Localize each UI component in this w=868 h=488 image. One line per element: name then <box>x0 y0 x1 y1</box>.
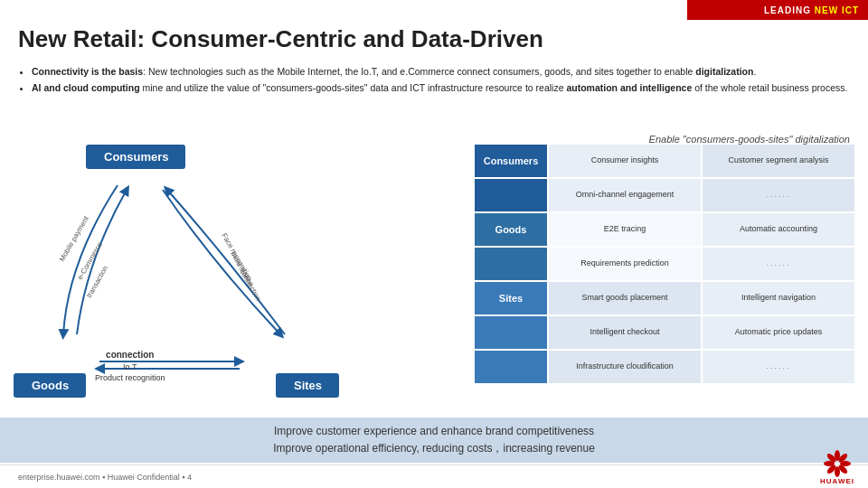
grid-row-consumers-1: Consumers Consumer insights Customer seg… <box>475 145 854 177</box>
grid-cell-intelligent-checkout: Intelligent checkout <box>549 316 701 349</box>
huawei-logo: HUAWEI <box>820 450 854 485</box>
connection-label: connection Io.T Product recognition <box>95 349 165 384</box>
grid-row-sites-1: Sites Smart goods placement Intelligent … <box>475 282 854 314</box>
grid-cell-omni-channel: Omni-channel engagement <box>549 179 701 211</box>
grid-cell-requirements: Requirements prediction <box>549 248 701 280</box>
bottom-banner: Improve customer experience and enhance … <box>0 418 868 463</box>
bullet-2-text: mine and utilize the value of "consumers… <box>140 82 567 93</box>
huawei-flower-icon <box>824 450 851 477</box>
grid-cell-auto-price: Automatic price updates <box>703 316 854 349</box>
bullet-1-bold: Connectivity is the basis <box>32 66 143 77</box>
bullet-1-bold2: digitalization <box>695 66 753 77</box>
bullet-2-bold: AI and cloud computing <box>32 82 140 93</box>
grid-cell-smart-goods: Smart goods placement <box>549 282 701 314</box>
grid-row-goods-2: Requirements prediction ...... <box>475 248 854 280</box>
grid-cell-customer-segment: Customer segment analysis <box>703 145 854 177</box>
bullet-1: Connectivity is the basis: New technolog… <box>32 65 850 80</box>
sites-left-box: Sites <box>276 373 339 398</box>
grid-label-goods: Goods <box>475 213 547 246</box>
left-diagram: Mobile payment e-Commerce transaction Fa… <box>14 145 357 416</box>
footer-text: enterprise.huawei.com ▪ Huawei Confident… <box>18 473 192 482</box>
huawei-text: HUAWEI <box>820 477 854 485</box>
grid-cell-dots-3: ...... <box>703 351 854 383</box>
grid-row-sites-3: Infrastructure cloudification ...... <box>475 351 854 383</box>
bullet-2: AI and cloud computing mine and utilize … <box>32 81 850 96</box>
bottom-line-2: Improve operational efficiency, reducing… <box>18 440 850 457</box>
grid-label-sites: Sites <box>475 282 547 314</box>
grid-cell-dots-2: ...... <box>703 248 854 280</box>
top-bar: LEADING NEW ICT <box>687 0 868 20</box>
bullet-1-end: . <box>753 66 756 77</box>
consumers-top-box: Consumers <box>86 145 185 169</box>
page-title: New Retail: Consumer-Centric and Data-Dr… <box>18 25 543 53</box>
bullets-section: Connectivity is the basis: New technolog… <box>18 65 850 98</box>
grid-cell-e2e-tracing: E2E tracing <box>549 213 701 246</box>
goods-box: Goods <box>14 373 86 398</box>
grid-row-consumers-2: Omni-channel engagement ...... <box>475 179 854 211</box>
top-bar-text: LEADING NEW ICT <box>764 5 859 15</box>
svg-text:Mobile payment: Mobile payment <box>58 214 90 263</box>
grid-cell-dots-1: ...... <box>703 179 854 211</box>
grid-cell-infrastructure: Infrastructure cloudification <box>549 351 701 383</box>
grid-cell-consumer-insights: Consumer insights <box>549 145 701 177</box>
footer: enterprise.huawei.com ▪ Huawei Confident… <box>0 465 868 488</box>
grid-cell-intelligent-nav: Intelligent navigation <box>703 282 854 314</box>
bullet-1-text: : New technologies such as the Mobile In… <box>143 66 695 77</box>
grid-label-consumers: Consumers <box>475 145 547 177</box>
grid-row-goods-1: Goods E2E tracing Automatic accounting <box>475 213 854 246</box>
bullet-2-end: of the whole retail business process. <box>692 82 847 93</box>
bullet-2-bold2: automation and intelligence <box>566 82 692 93</box>
grid-cell-automatic-accounting: Automatic accounting <box>703 213 854 246</box>
grid-row-sites-2: Intelligent checkout Automatic price upd… <box>475 316 854 349</box>
grid-label-sites-empty2 <box>475 351 547 383</box>
grid-label-sites-empty1 <box>475 316 547 349</box>
grid-label-goods-empty <box>475 248 547 280</box>
right-grid: Consumers Consumer insights Customer seg… <box>475 145 854 385</box>
enable-text: Enable "consumers-goods-sites" digitaliz… <box>649 134 850 145</box>
bottom-line-1: Improve customer experience and enhance … <box>18 423 850 440</box>
grid-label-consumers-empty <box>475 179 547 211</box>
